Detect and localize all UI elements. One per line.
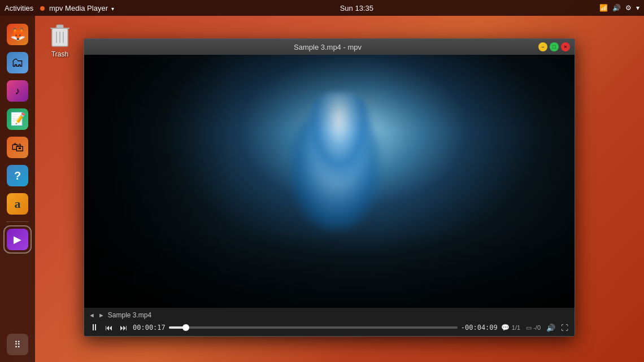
dock-item-mpv[interactable]: ▶ — [5, 226, 31, 252]
wifi-icon[interactable]: 📶 — [599, 4, 608, 12]
dock-item-firefox[interactable]: 🦊 — [5, 21, 31, 47]
maximize-button[interactable]: □ — [550, 42, 559, 51]
trash-icon — [46, 20, 73, 49]
next-file-button[interactable]: ► — [98, 312, 105, 319]
topbar-right: 📶 🔊 ⚙ ▾ — [599, 4, 639, 12]
volume-icon[interactable]: 🔊 — [612, 4, 621, 12]
settings-icon[interactable]: ⚙ — [625, 4, 632, 12]
dock-icon-help: ? — [7, 165, 28, 186]
titlebar-controls: – □ × — [538, 42, 570, 51]
next-chapter-button[interactable]: ⏭ — [118, 322, 129, 333]
dock-item-files[interactable]: 🗂 — [5, 50, 31, 76]
dock: 🦊 🗂 ♪ 📝 🛍 ? a ▶ ⠿ — [0, 16, 35, 362]
dock-icon-files: 🗂 — [7, 52, 28, 73]
minimize-button[interactable]: – — [538, 42, 547, 51]
mpv-controls: ◄ ► Sample 3.mp4 ⏸ ⏮ ⏭ 00:00:17 — [84, 308, 575, 336]
filename-label: Sample 3.mp4 — [108, 311, 151, 319]
progress-thumb — [182, 324, 189, 331]
fullscreen-button[interactable]: ⛶ — [559, 322, 570, 333]
topbar: Activities mpv Media Player ▾ Sun 13:35 … — [0, 0, 644, 16]
topbar-app-name[interactable]: mpv Media Player ▾ — [49, 4, 114, 12]
prev-file-button[interactable]: ◄ — [89, 312, 95, 319]
mpv-titlebar: Sample 3.mp4 - mpv – □ × — [84, 39, 575, 55]
desktop: Activities mpv Media Player ▾ Sun 13:35 … — [0, 0, 644, 362]
playlist-indicator: 1/1 — [512, 324, 520, 331]
progress-bar[interactable] — [169, 326, 458, 329]
pause-button[interactable]: ⏸ — [89, 322, 100, 333]
controls-row: ⏸ ⏮ ⏭ 00:00:17 -00:04:09 💬 — [89, 320, 570, 335]
dock-icon-mpv: ▶ — [7, 229, 28, 250]
chat-icon: 💬 — [501, 324, 510, 332]
dock-icon-libreoffice: 📝 — [7, 108, 28, 130]
topbar-left: Activities mpv Media Player ▾ — [5, 4, 114, 12]
svg-rect-1 — [56, 25, 63, 28]
filename-bar: ◄ ► Sample 3.mp4 — [89, 310, 570, 320]
current-time: 00:00:17 — [133, 324, 166, 332]
dock-item-apps[interactable]: ⠿ — [5, 332, 31, 357]
topbar-app-indicator: mpv Media Player ▾ — [40, 4, 114, 12]
remaining-time: -00:04:09 — [461, 324, 498, 332]
trash-desktop-icon[interactable]: Trash — [46, 20, 73, 58]
right-controls: 💬 1/1 ▭ -/0 🔊 ⛶ — [501, 322, 570, 333]
dock-icon-amazon: a — [7, 193, 28, 215]
indicator-arrow[interactable]: ▾ — [636, 4, 639, 12]
app-dot — [40, 6, 45, 11]
mpv-title: Sample 3.mp4 - mpv — [117, 43, 538, 51]
dock-item-help[interactable]: ? — [5, 163, 31, 189]
dock-item-libreoffice[interactable]: 📝 — [5, 106, 31, 132]
prev-chapter-button[interactable]: ⏮ — [103, 322, 115, 333]
activities-button[interactable]: Activities — [5, 4, 33, 12]
video-overlay — [84, 55, 575, 308]
video-content — [84, 55, 575, 308]
close-button[interactable]: × — [561, 42, 570, 51]
dock-item-amazon[interactable]: a — [5, 191, 31, 217]
dock-icon-rhythmbox: ♪ — [7, 80, 28, 102]
dock-item-appstore[interactable]: 🛍 — [5, 134, 31, 160]
topbar-clock: Sun 13:35 — [340, 4, 373, 12]
dock-separator — [6, 221, 29, 222]
dock-icon-appstore: 🛍 — [7, 137, 28, 158]
video-area[interactable] — [84, 55, 575, 308]
volume-button[interactable]: 🔊 — [545, 322, 556, 333]
trash-label: Trash — [51, 50, 68, 58]
dock-icon-apps: ⠿ — [7, 334, 28, 355]
ratio-indicator: ▭ -/0 — [526, 324, 541, 332]
dock-item-rhythmbox[interactable]: ♪ — [5, 78, 31, 104]
mpv-window: Sample 3.mp4 - mpv – □ × ◄ ► Sample 3.mp… — [84, 38, 575, 337]
dock-icon-firefox: 🦊 — [7, 24, 28, 45]
